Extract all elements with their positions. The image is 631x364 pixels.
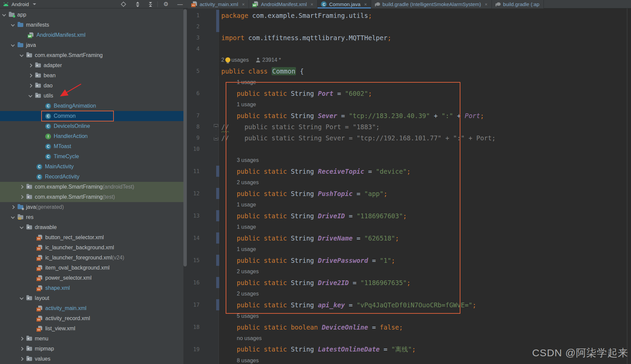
class-icon: C [321, 1, 327, 7]
tree-item-ic-launcher-foreground-xml[interactable]: <>ic_launcher_foreground.xml (v24) [0, 253, 183, 263]
chevron-expanded-icon[interactable] [11, 43, 15, 47]
code-text: public static String Port = "6002"; [219, 90, 372, 97]
usages-hint[interactable]: 1 usage [219, 102, 256, 108]
chevron-expanded-icon[interactable] [20, 53, 23, 57]
code-line-16: 16 public static String Drive2ID = "1186… [183, 277, 631, 288]
chevron-expanded-icon[interactable] [20, 296, 23, 300]
editor-tab-3[interactable]: CCommon.java× [318, 0, 371, 8]
tree-scrollbar[interactable] [183, 9, 187, 267]
collapse-all-icon[interactable] [146, 0, 155, 8]
tree-item-drawable[interactable]: drawable [0, 222, 183, 232]
chevron-collapsed-icon[interactable] [11, 205, 15, 209]
settings-icon[interactable]: ⚙ [161, 0, 170, 8]
chevron-collapsed-icon[interactable] [20, 357, 23, 361]
close-icon[interactable]: × [364, 2, 367, 7]
package-folder-icon [26, 195, 32, 199]
close-icon[interactable]: × [485, 2, 487, 7]
tree-item-activity-main-xml[interactable]: <>activity_main.xml [0, 303, 183, 313]
close-icon[interactable]: × [242, 2, 245, 7]
usages-hint[interactable]: 1 usage [219, 79, 256, 85]
editor-tab-2[interactable]: MFAndroidManifest.xml× [249, 0, 318, 8]
tree-item-res[interactable]: res [0, 212, 183, 222]
chevron-expanded-icon[interactable] [20, 225, 23, 229]
close-icon[interactable]: × [310, 2, 313, 7]
chevron-expanded-icon[interactable] [28, 93, 32, 97]
usages-hint[interactable]: 2 usages [219, 291, 259, 297]
usages-hint[interactable]: 2usages23914 * [219, 57, 281, 63]
chevron-collapsed-icon[interactable] [20, 337, 23, 340]
tree-item-com-example-smartframing[interactable]: com.example.SmartFraming (test) [0, 192, 183, 202]
chevron-collapsed-icon[interactable] [28, 84, 32, 87]
author-hint[interactable]: 23914 * [262, 57, 281, 63]
tree-item-shape-xml[interactable]: <>shape.xml [0, 283, 183, 293]
fold-region-icon[interactable]: – [214, 135, 218, 140]
editor-scrollbar-track[interactable] [627, 8, 627, 364]
fold-region-icon[interactable]: – [214, 124, 218, 129]
tree-item-activity-record-xml[interactable]: <>activity_record.xml [0, 313, 183, 324]
usages-hint[interactable]: 3 usages [219, 157, 259, 163]
code-text: import com.itfitness.mqttlibrary.MQTTHel… [219, 34, 391, 41]
chevron-collapsed-icon[interactable] [28, 74, 32, 77]
intention-bulb-icon[interactable] [225, 57, 230, 62]
tree-item-recordactivity[interactable]: CRecordActivity [0, 172, 183, 182]
tree-item-com-example-smartframing[interactable]: com.example.SmartFraming (androidTest) [0, 182, 183, 192]
gutter-column [203, 10, 219, 21]
tree-item-manifests[interactable]: manifests [0, 20, 183, 30]
tree-item-mainactivity[interactable]: CMainActivity [0, 162, 183, 172]
code-editor[interactable]: 1package com.example.SmartFraming.utils;… [183, 8, 631, 364]
usages-hint[interactable]: no usages [219, 335, 262, 341]
locate-icon[interactable] [119, 0, 128, 8]
tree-item-utils[interactable]: utils [0, 91, 183, 101]
tree-item-power-selector-xml[interactable]: <>power_selector.xml [0, 273, 183, 283]
tree-item-item-oval-background-xml[interactable]: <>item_oval_background.xml [0, 263, 183, 273]
inlay-hint-row: 2 usages [183, 177, 631, 188]
chevron-collapsed-icon[interactable] [20, 195, 23, 199]
package-folder-icon [35, 94, 41, 98]
tree-item-list-view-xml[interactable]: <>list_view.xml [0, 324, 183, 334]
chevron-collapsed-icon[interactable] [20, 185, 23, 189]
tree-item-java[interactable]: java [0, 40, 183, 50]
chevron-collapsed-icon[interactable] [20, 347, 23, 351]
chevron-expanded-icon[interactable] [2, 12, 6, 16]
chevron-expanded-icon[interactable] [11, 23, 15, 26]
editor-tab-4[interactable]: build.gradle (IntelligentSmokeAlarmSyste… [371, 0, 492, 8]
xml-file-icon: <> [36, 285, 43, 291]
tree-item-mipmap[interactable]: mipmap [0, 344, 183, 354]
xml-file-icon: <> [36, 326, 43, 332]
package-folder-icon [26, 357, 32, 361]
tree-item-mtoast[interactable]: CMToast [0, 141, 183, 151]
usages-hint[interactable]: 1 usage [219, 246, 256, 252]
tree-item-bean[interactable]: bean [0, 71, 183, 81]
module-selector[interactable]: Android [3, 0, 36, 8]
tree-item-deviceisonline[interactable]: CDeviceIsOnline [0, 121, 183, 131]
tree-item-com-example-smartframing[interactable]: com.example.SmartFraming [0, 50, 183, 60]
usages-hint[interactable]: 2 usages [219, 179, 259, 186]
tree-item-handleraction[interactable]: IHandlerAction [0, 131, 183, 141]
expand-all-icon[interactable] [133, 0, 142, 8]
tree-item-button-rect-selector-xml[interactable]: <>button_rect_selector.xml [0, 232, 183, 243]
tree-item-ic-launcher-background-xml[interactable]: <>ic_launcher_background.xml [0, 243, 183, 253]
hide-panel-icon[interactable]: — [176, 0, 184, 8]
tree-item-values[interactable]: values [0, 354, 183, 364]
tree-item-common[interactable]: CCommon [0, 111, 183, 121]
tree-item-adapter[interactable]: adapter [0, 60, 183, 71]
usages-hint[interactable]: 5 usages [219, 313, 259, 319]
change-marker [216, 10, 219, 21]
editor-tab-5[interactable]: build.gradle (:ap [492, 0, 544, 8]
tree-item-androidmanifest-xml[interactable]: MFAndroidManifest.xml [0, 30, 183, 40]
chevron-expanded-icon[interactable] [11, 215, 15, 219]
chevron-collapsed-icon[interactable] [28, 63, 32, 67]
tab-label: build.gradle (:ap [503, 1, 539, 7]
usages-hint[interactable]: 1 usage [219, 202, 256, 208]
tree-item-layout[interactable]: layout [0, 293, 183, 303]
tree-item-timecycle[interactable]: CTimeCycle [0, 151, 183, 162]
usages-hint[interactable]: 2 usages [219, 269, 259, 275]
editor-tab-1[interactable]: <>activity_main.xml× [188, 0, 249, 8]
tree-item-beatinganimation[interactable]: CBeatingAnimation [0, 101, 183, 111]
usages-hint[interactable]: 1 usage [219, 224, 256, 230]
tree-item-dao[interactable]: dao [0, 81, 183, 91]
tree-item-app[interactable]: app [0, 10, 183, 20]
tree-item-menu[interactable]: menu [0, 334, 183, 344]
tree-item-java[interactable]: java (generated) [0, 202, 183, 212]
usages-hint[interactable]: 8 usages [219, 358, 259, 364]
